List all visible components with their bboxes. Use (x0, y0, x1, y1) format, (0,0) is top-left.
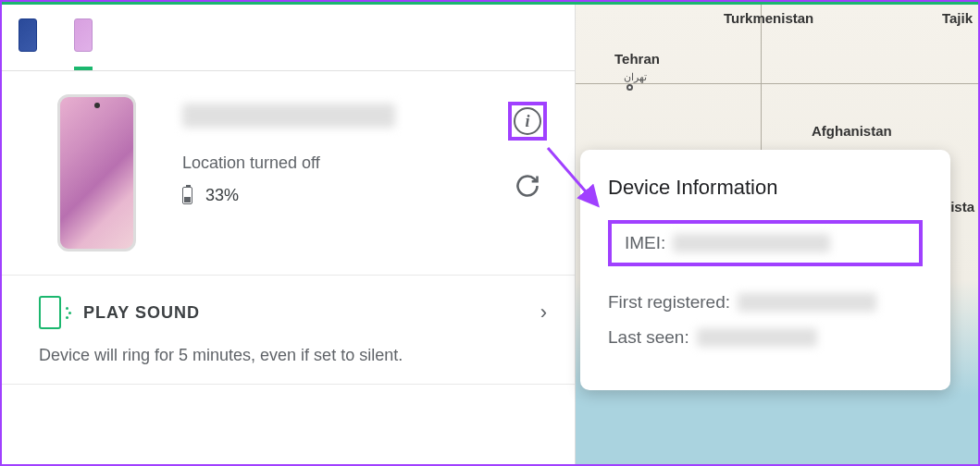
first-registered-value (738, 293, 876, 312)
imei-value (673, 234, 830, 252)
device-tab-1[interactable] (19, 18, 37, 70)
first-registered-label: First registered: (608, 292, 730, 313)
chevron-right-icon: › (540, 300, 547, 325)
battery-percent: 33% (205, 186, 239, 205)
info-button[interactable]: i (508, 102, 547, 141)
map-label: Tajik (942, 10, 973, 26)
map-label: Afghanistan (812, 123, 892, 139)
play-sound-action[interactable]: PLAY SOUND › (2, 276, 575, 346)
popup-title: Device Information (608, 176, 923, 200)
location-status: Location turned off (182, 153, 462, 173)
battery-status: 33% (182, 186, 462, 205)
phone-thumbnail-icon (19, 18, 37, 52)
last-seen-label: Last seen: (608, 327, 689, 348)
imei-label: IMEI: (625, 233, 665, 253)
last-seen-row: Last seen: (608, 327, 923, 348)
map-label: ista (950, 199, 974, 215)
play-sound-icon (39, 296, 61, 329)
action-label: PLAY SOUND (83, 303, 518, 323)
info-icon: i (514, 107, 541, 135)
phone-thumbnail-icon (74, 18, 93, 52)
last-seen-value (697, 328, 817, 347)
device-tab-2[interactable] (74, 18, 93, 70)
device-card: Location turned off 33% i (2, 71, 575, 276)
device-tabs (2, 5, 575, 71)
map-label: Tehran (614, 51, 660, 67)
map-label-local: تهران (624, 71, 647, 83)
refresh-button[interactable] (515, 173, 540, 199)
map-city-marker (626, 84, 633, 91)
device-name (182, 104, 395, 128)
device-panel: Location turned off 33% i PLAY SOUND › (2, 5, 576, 464)
battery-icon (182, 187, 192, 204)
device-info-popup: Device Information IMEI: First registere… (580, 150, 950, 390)
action-description: Device will ring for 5 minutes, even if … (2, 346, 575, 385)
map-label: Turkmenistan (724, 10, 813, 26)
device-photo (57, 94, 136, 251)
first-registered-row: First registered: (608, 292, 923, 313)
imei-row: IMEI: (608, 220, 923, 266)
